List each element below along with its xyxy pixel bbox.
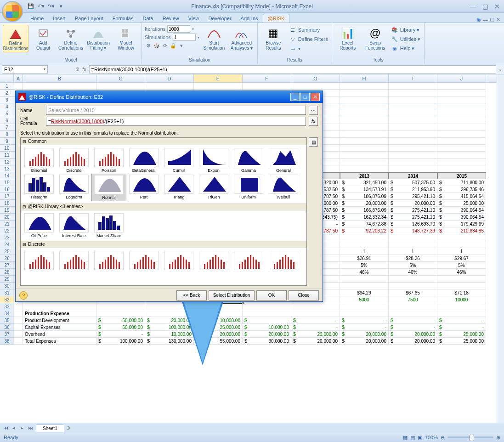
row-header-28[interactable]: 28 [0, 269, 14, 276]
cell-I1[interactable] [389, 83, 437, 90]
undo-icon[interactable]: ↶▾ [37, 2, 45, 11]
row-header-21[interactable]: 21 [0, 221, 14, 227]
cell-B34[interactable]: Production Expense [23, 310, 96, 317]
dist-binomial[interactable]: Binomial [22, 147, 57, 174]
dialog-minimize-icon[interactable]: _ [290, 93, 300, 101]
cell-G1[interactable] [291, 83, 340, 90]
cell-I4[interactable] [389, 103, 437, 110]
utilities-button[interactable]: 🔧Utilities ▾ [390, 35, 422, 43]
dist-item[interactable] [126, 250, 161, 272]
cell-I27[interactable]: 5% [389, 262, 437, 269]
advanced-analyses-button[interactable]: Advanced Analyses ▾ [229, 25, 255, 51]
cell-H14[interactable]: 2013 [340, 172, 389, 179]
select-all-corner[interactable] [0, 74, 14, 82]
select-distribution-button[interactable]: Select Distribution [209, 290, 255, 300]
distribution-button[interactable]: Distribution Fitting ▾ [85, 25, 111, 51]
qat-more-icon[interactable]: ▾ [57, 2, 65, 11]
redo-icon[interactable]: ↷▾ [47, 2, 55, 11]
cell-J14[interactable]: 2015 [437, 172, 486, 179]
cell-H10[interactable] [340, 145, 389, 152]
dist-discrete[interactable]: Discrete [57, 147, 91, 174]
row-header-11[interactable]: 11 [0, 152, 14, 159]
cell-C33[interactable] [96, 303, 145, 310]
summary-button[interactable]: ☰Summary [288, 26, 329, 34]
col-header-B[interactable]: B [23, 74, 96, 82]
help-button[interactable]: ◉Help ▾ [390, 44, 422, 52]
cell-H37[interactable]: $20,000.00 [340, 331, 389, 338]
zoom-slider[interactable] [447, 436, 493, 438]
view-layout-icon[interactable]: ▤ [410, 435, 415, 441]
cell-H3[interactable] [340, 96, 389, 103]
row-header-32[interactable]: 32 [0, 296, 14, 303]
cell-C34[interactable] [96, 310, 145, 317]
cell-I16[interactable]: $211,953.90 [389, 186, 437, 193]
cell-I14[interactable]: 2014 [389, 172, 437, 179]
start-simulation-button[interactable]: Start Simulation [201, 25, 227, 51]
cell-J31[interactable]: $71.18 [437, 289, 486, 296]
cell-J19[interactable]: $390,064.54 [437, 207, 486, 214]
row-header-22[interactable]: 22 [0, 227, 14, 234]
cell-F1[interactable] [243, 83, 291, 90]
cell-H27[interactable]: 5% [340, 262, 389, 269]
cell-H21[interactable]: $74,672.88 [340, 221, 389, 227]
formula-fx-icon[interactable]: fx [309, 117, 318, 126]
define-button[interactable]: Define Distributions [3, 25, 28, 52]
dist-item[interactable] [91, 250, 126, 272]
cell-J38[interactable]: $25,000.00 [437, 338, 486, 345]
cell-J3[interactable] [437, 96, 486, 103]
cell-J15[interactable]: $711,800.00 [437, 179, 486, 186]
cell-J28[interactable]: 46% [437, 269, 486, 276]
cell-J24[interactable] [437, 241, 486, 248]
row-header-38[interactable]: 38 [0, 338, 14, 345]
dist-name-input[interactable]: Sales Volume / 2010 [46, 106, 306, 115]
cell-H22[interactable]: $92,203.22 [340, 227, 389, 234]
cell-J5[interactable] [437, 110, 486, 117]
cell-H4[interactable] [340, 103, 389, 110]
cell-H20[interactable]: $162,332.34 [340, 214, 389, 221]
cell-J2[interactable] [437, 90, 486, 96]
vertical-scrollbar[interactable] [497, 74, 504, 423]
dist-histogrm[interactable]: Histogrm [22, 174, 57, 201]
row-header-18[interactable]: 18 [0, 200, 14, 207]
cell-J34[interactable] [437, 310, 486, 317]
cell-H12[interactable] [340, 159, 389, 165]
cell-J25[interactable]: 1 [437, 248, 486, 255]
cell-H18[interactable]: $20,000.00 [340, 200, 389, 207]
cell-F38[interactable]: $30,000.00 [243, 338, 291, 345]
col-header-A[interactable]: A [14, 74, 23, 82]
next-sheet-icon[interactable]: ▸ [18, 425, 26, 431]
cell-I17[interactable]: $295,421.10 [389, 193, 437, 200]
cell-F36[interactable]: $10,000.00 [243, 324, 291, 331]
row-header-35[interactable]: 35 [0, 317, 14, 324]
row-header-10[interactable]: 10 [0, 145, 14, 152]
cell-H19[interactable]: $166,876.09 [340, 207, 389, 214]
office-button[interactable] [2, 1, 23, 22]
tab-insert[interactable]: Insert [48, 14, 70, 23]
cell-J22[interactable]: $210,634.85 [437, 227, 486, 234]
cell-I13[interactable] [389, 165, 437, 172]
cell-G38[interactable]: $20,000.00 [291, 338, 340, 345]
view-normal-icon[interactable]: ▦ [403, 435, 408, 441]
dist-section-@risk[interactable]: @RISK Library <3 entries> [21, 203, 306, 210]
cell-J18[interactable]: $25,000.00 [437, 200, 486, 207]
prev-sheet-icon[interactable]: ◂ [10, 425, 17, 431]
dist-cumul[interactable]: Cumul [161, 147, 196, 174]
cell-H16[interactable]: $134,573.91 [340, 186, 389, 193]
cell-J30[interactable] [437, 283, 486, 289]
row-header-12[interactable]: 12 [0, 159, 14, 165]
row-header-13[interactable]: 13 [0, 165, 14, 172]
row-header-26[interactable]: 26 [0, 255, 14, 262]
row-header-9[interactable]: 9 [0, 138, 14, 145]
dist-lognorm[interactable]: Lognorm [57, 174, 91, 201]
cell-J10[interactable] [437, 145, 486, 152]
cell-H5[interactable] [340, 110, 389, 117]
row-header-37[interactable]: 37 [0, 331, 14, 338]
sheet-tab-sheet1[interactable]: Sheet1 [36, 425, 64, 432]
cell-I33[interactable] [389, 303, 437, 310]
cell-H30[interactable] [340, 283, 389, 289]
dialog-close-icon[interactable]: ✕ [311, 93, 320, 101]
cell-J9[interactable] [437, 138, 486, 145]
last-sheet-icon[interactable]: ⏭ [27, 425, 34, 431]
cell-A35[interactable] [14, 317, 23, 324]
dialog-help-icon[interactable]: ? [19, 291, 28, 300]
